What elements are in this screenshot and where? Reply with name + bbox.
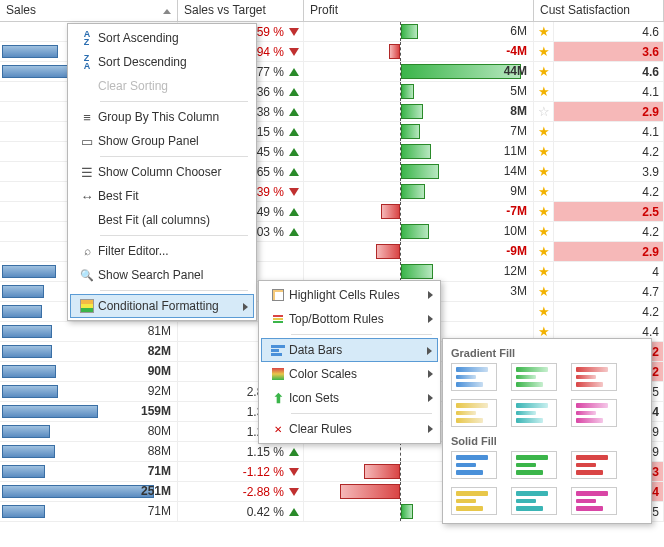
menu-top-bottom-rules[interactable]: Top/Bottom Rules	[261, 307, 438, 331]
profit-zero-line	[400, 462, 401, 481]
sales-databar	[2, 325, 52, 338]
star-cell: ☆	[534, 102, 554, 121]
menu-best-fit[interactable]: Best Fit	[70, 184, 254, 208]
svt-value: -1.12 %	[243, 465, 284, 479]
star-cell: ★	[534, 162, 554, 181]
menu-label: Clear Sorting	[98, 79, 168, 93]
menu-separator	[100, 156, 248, 157]
sales-databar	[2, 485, 154, 498]
menu-label: Filter Editor...	[98, 244, 169, 258]
header-cust-satisfaction[interactable]: Cust Satisfaction	[534, 0, 664, 21]
menu-label: Sort Ascending	[98, 31, 179, 45]
sales-value: 90M	[148, 364, 171, 378]
sort-asc-icon: AZ	[76, 30, 98, 46]
sales-databar	[2, 285, 44, 298]
profit-value: 14M	[504, 164, 527, 178]
trend-up-icon	[289, 228, 299, 236]
databar-gradient-cyan[interactable]	[511, 399, 557, 427]
databar-solid-green[interactable]	[511, 451, 557, 479]
databar-gradient-pink[interactable]	[571, 399, 617, 427]
menu-data-bars[interactable]: Data Bars	[261, 338, 438, 362]
profit-cell: 8M	[304, 102, 534, 121]
star-filled-icon: ★	[538, 324, 550, 339]
profit-databar	[401, 504, 413, 519]
menu-color-scales[interactable]: Color Scales	[261, 362, 438, 386]
star-filled-icon: ★	[538, 64, 550, 79]
sales-databar	[2, 405, 98, 418]
sales-databar	[2, 505, 45, 518]
data-bars-gallery: Gradient Fill Solid Fill	[442, 338, 652, 524]
menu-icon-sets[interactable]: Icon Sets	[261, 386, 438, 410]
sales-databar	[2, 465, 45, 478]
submenu-arrow-icon	[428, 315, 433, 323]
databar-solid-blue[interactable]	[451, 451, 497, 479]
menu-separator	[291, 413, 432, 414]
profit-value: 44M	[504, 64, 527, 78]
profit-databar	[376, 244, 400, 259]
trend-up-icon	[289, 128, 299, 136]
profit-value: 10M	[504, 224, 527, 238]
sales-value: 71M	[148, 504, 171, 518]
header-profit[interactable]: Profit	[304, 0, 534, 21]
top-bottom-icon	[267, 315, 289, 323]
submenu-arrow-icon	[428, 425, 433, 433]
trend-down-icon	[289, 28, 299, 36]
menu-best-fit-all[interactable]: Best Fit (all columns)	[70, 208, 254, 232]
menu-show-search-panel[interactable]: Show Search Panel	[70, 263, 254, 287]
profit-value: -9M	[506, 244, 527, 258]
star-filled-icon: ★	[538, 184, 550, 199]
profit-value: 9M	[510, 184, 527, 198]
trend-down-icon	[289, 48, 299, 56]
star-filled-icon: ★	[538, 164, 550, 179]
profit-databar	[401, 184, 425, 199]
menu-sort-descending[interactable]: ZASort Descending	[70, 50, 254, 74]
menu-highlight-cells-rules[interactable]: Highlight Cells Rules	[261, 283, 438, 307]
profit-cell: 44M	[304, 62, 534, 81]
satisfaction-cell: 4.6	[554, 62, 664, 81]
menu-label: Clear Rules	[289, 422, 352, 436]
sales-cell: 80M	[0, 422, 178, 441]
profit-databar	[401, 264, 433, 279]
menu-conditional-formatting[interactable]: Conditional Formatting	[70, 294, 254, 318]
databar-gradient-blue[interactable]	[451, 363, 497, 391]
menu-column-chooser[interactable]: Show Column Chooser	[70, 160, 254, 184]
menu-show-group-panel[interactable]: Show Group Panel	[70, 129, 254, 153]
trend-down-icon	[289, 188, 299, 196]
databar-solid-pink[interactable]	[571, 487, 617, 515]
menu-label: Color Scales	[289, 367, 357, 381]
color-scales-icon	[267, 368, 289, 380]
menu-sort-ascending[interactable]: AZSort Ascending	[70, 26, 254, 50]
star-filled-icon: ★	[538, 44, 550, 59]
header-sales[interactable]: Sales	[0, 0, 178, 21]
chooser-icon	[76, 165, 98, 180]
trend-up-icon	[289, 88, 299, 96]
menu-label: Show Search Panel	[98, 268, 203, 282]
star-empty-icon: ☆	[538, 104, 550, 119]
sales-cell: 81M	[0, 322, 178, 341]
trend-up-icon	[289, 448, 299, 456]
submenu-arrow-icon	[428, 394, 433, 402]
menu-label: Highlight Cells Rules	[289, 288, 400, 302]
databar-gradient-yellow[interactable]	[451, 399, 497, 427]
databar-solid-red[interactable]	[571, 451, 617, 479]
sales-cell: 88M	[0, 442, 178, 461]
star-filled-icon: ★	[538, 284, 550, 299]
profit-databar	[381, 204, 400, 219]
databar-solid-yellow[interactable]	[451, 487, 497, 515]
profit-cell: 9M	[304, 182, 534, 201]
profit-cell: -9M	[304, 242, 534, 261]
menu-clear-rules[interactable]: Clear Rules	[261, 417, 438, 441]
sales-cell: 71M	[0, 502, 178, 521]
profit-databar	[401, 224, 429, 239]
sales-vs-target-cell: 0.42 %	[178, 502, 304, 521]
satisfaction-cell: 4	[554, 262, 664, 281]
databar-gradient-green[interactable]	[511, 363, 557, 391]
menu-group-by-column[interactable]: Group By This Column	[70, 105, 254, 129]
menu-filter-editor[interactable]: Filter Editor...	[70, 239, 254, 263]
databar-gradient-red[interactable]	[571, 363, 617, 391]
profit-value: -4M	[506, 44, 527, 58]
sales-vs-target-cell: 1.15 %	[178, 442, 304, 461]
header-sales-vs-target[interactable]: Sales vs Target	[178, 0, 304, 21]
profit-cell: 14M	[304, 162, 534, 181]
databar-solid-cyan[interactable]	[511, 487, 557, 515]
